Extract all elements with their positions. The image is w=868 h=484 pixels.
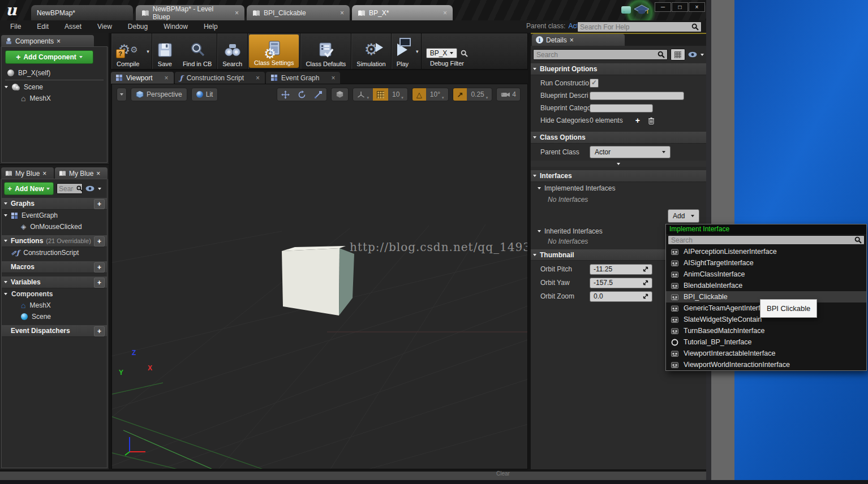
maximize-button[interactable]: □ xyxy=(672,2,688,12)
add-variable-button[interactable]: + xyxy=(94,278,105,288)
tab-bpi-clickable[interactable]: BPI_Clickable × xyxy=(247,5,350,20)
help-search-input[interactable] xyxy=(578,23,689,31)
section-functions[interactable]: Functions (21 Overridable) + xyxy=(2,235,107,247)
dropdown-item[interactable]: AISightTargetInterface xyxy=(666,257,866,269)
add-dispatcher-button[interactable]: + xyxy=(94,326,105,336)
close-icon[interactable]: × xyxy=(256,74,260,82)
add-component-button[interactable]: + Add Component xyxy=(5,50,93,64)
class-settings-button[interactable]: ⚙ Class Settings xyxy=(249,34,299,68)
debug-object-dropdown[interactable]: BP_X xyxy=(426,48,458,58)
details-expander[interactable] xyxy=(531,161,706,167)
close-icon[interactable]: × xyxy=(164,74,168,82)
compile-options-caret[interactable]: ▾ xyxy=(144,33,152,69)
chevron-down-icon[interactable] xyxy=(98,188,101,190)
scale-snap-toggle[interactable]: ↗ xyxy=(453,88,467,101)
save-button[interactable]: Save xyxy=(152,33,178,69)
dropdown-item[interactable]: BlendableInterface xyxy=(666,280,866,291)
variable-scene[interactable]: Scene xyxy=(2,311,107,322)
play-button[interactable]: Play xyxy=(392,33,414,69)
dropdown-item[interactable]: TurnBasedMatchInterface xyxy=(666,325,866,336)
add-new-button[interactable]: + Add New xyxy=(4,182,54,195)
camera-speed-button[interactable]: 4 xyxy=(497,88,520,101)
add-graph-button[interactable]: + xyxy=(94,199,105,209)
tab-newbpmap[interactable]: NewBPMap* xyxy=(31,5,133,20)
variables-components-category[interactable]: Components xyxy=(2,288,107,300)
scale-snap-value[interactable]: 0.25 ▾ xyxy=(467,88,492,101)
debug-search-icon[interactable] xyxy=(461,50,468,57)
feedback-bubble-icon[interactable] xyxy=(621,6,631,14)
play-options-caret[interactable]: ▾ xyxy=(414,33,421,69)
menu-asset[interactable]: Asset xyxy=(57,23,89,31)
menu-edit[interactable]: Edit xyxy=(29,23,57,31)
details-search-input[interactable] xyxy=(534,51,655,59)
my-blueprint-search-input[interactable] xyxy=(57,185,75,193)
expander-icon[interactable] xyxy=(5,86,8,88)
add-element-icon[interactable]: + xyxy=(635,116,640,125)
close-icon[interactable]: × xyxy=(57,37,61,45)
tutorials-cap-icon[interactable] xyxy=(634,5,650,16)
add-interface-button[interactable]: Add xyxy=(668,209,699,223)
orbit-yaw-field[interactable]: -157.5 xyxy=(590,278,652,288)
tab-my-blueprint-1[interactable]: My Blue × xyxy=(1,167,54,179)
perspective-button[interactable]: Perspective xyxy=(131,88,187,101)
compile-button[interactable]: ⚙⚙ ? Compile xyxy=(111,33,144,69)
angle-snap-value[interactable]: 10° ▾ xyxy=(426,88,448,101)
minimize-button[interactable]: ─ xyxy=(655,2,671,12)
tab-viewport[interactable]: Viewport × xyxy=(111,72,174,84)
trash-icon[interactable] xyxy=(648,117,655,124)
section-graphs[interactable]: Graphs + xyxy=(2,198,107,210)
search-button[interactable]: Search xyxy=(217,33,247,69)
expander-icon[interactable] xyxy=(4,214,7,217)
menu-file[interactable]: File xyxy=(0,23,29,31)
angle-snap-toggle[interactable]: △ xyxy=(412,88,426,101)
rotate-tool-button[interactable] xyxy=(294,88,310,101)
tab-construction-script[interactable]: ƒ Construction Script × xyxy=(175,72,265,84)
category-blueprint-options[interactable]: Blueprint Options xyxy=(531,63,706,75)
category-class-options[interactable]: Class Options xyxy=(531,132,706,144)
close-icon[interactable]: × xyxy=(443,9,447,17)
grid-snap-value[interactable]: 10 ▾ xyxy=(388,88,407,101)
viewport-3d[interactable]: Z X Y http://blog.csdn.net/qq_14930205 P… xyxy=(111,84,528,469)
dropdown-item[interactable]: AIPerceptionListenerInterface xyxy=(666,246,866,257)
scale-tool-button[interactable] xyxy=(310,88,326,101)
variable-meshx[interactable]: ⌂ MeshX xyxy=(2,300,107,311)
close-icon[interactable]: × xyxy=(235,9,239,17)
blueprint-description-field[interactable] xyxy=(590,92,684,100)
parent-class-dropdown[interactable]: Actor xyxy=(590,146,671,158)
eye-icon[interactable] xyxy=(85,185,95,192)
item-construction-script[interactable]: ⇗ƒ ConstructionScript xyxy=(2,247,107,258)
tab-event-graph[interactable]: Event Graph × xyxy=(266,72,340,84)
property-matrix-button[interactable] xyxy=(671,49,685,60)
simulation-button[interactable]: ⚙ Simulation xyxy=(351,33,390,69)
add-macro-button[interactable]: + xyxy=(94,262,105,273)
close-icon[interactable]: × xyxy=(570,36,574,44)
section-variables[interactable]: Variables + xyxy=(2,276,107,288)
translate-tool-button[interactable] xyxy=(277,88,294,101)
section-macros[interactable]: Macros + xyxy=(2,261,107,273)
menu-help[interactable]: Help xyxy=(196,23,226,31)
find-in-cb-button[interactable]: Find in CB xyxy=(178,33,217,69)
close-icon[interactable]: × xyxy=(96,170,100,178)
section-event-dispatchers[interactable]: Event Dispatchers + xyxy=(2,325,107,337)
chevron-down-icon[interactable] xyxy=(701,54,704,56)
component-item-mesh[interactable]: ⌂ MeshX xyxy=(2,93,107,104)
dropdown-item[interactable]: ViewportWorldInteractionInterface xyxy=(666,359,866,370)
category-interfaces[interactable]: Interfaces xyxy=(531,170,706,182)
dropdown-item[interactable]: ViewportInteractableInterface xyxy=(666,348,866,359)
dropdown-search-input[interactable] xyxy=(668,236,852,244)
add-function-button[interactable]: + xyxy=(94,236,105,247)
menu-debug[interactable]: Debug xyxy=(120,23,156,31)
menu-window[interactable]: Window xyxy=(156,23,196,31)
tab-level-blueprint[interactable]: NewBPMap* - Level Bluep × xyxy=(136,5,244,20)
eye-icon[interactable] xyxy=(688,51,698,58)
close-icon[interactable]: × xyxy=(42,170,46,178)
close-icon[interactable]: × xyxy=(340,9,344,17)
grid-snap-toggle[interactable] xyxy=(373,88,388,101)
blueprint-category-field[interactable] xyxy=(590,104,653,113)
tab-components[interactable]: Components × xyxy=(1,35,94,47)
close-button[interactable]: × xyxy=(689,2,705,12)
viewport-options-button[interactable] xyxy=(117,88,127,101)
run-construction-checkbox[interactable]: ✓ xyxy=(590,79,599,88)
dropdown-item[interactable]: AnimClassInterface xyxy=(666,269,866,280)
orbit-zoom-field[interactable]: 0.0 xyxy=(590,291,652,302)
